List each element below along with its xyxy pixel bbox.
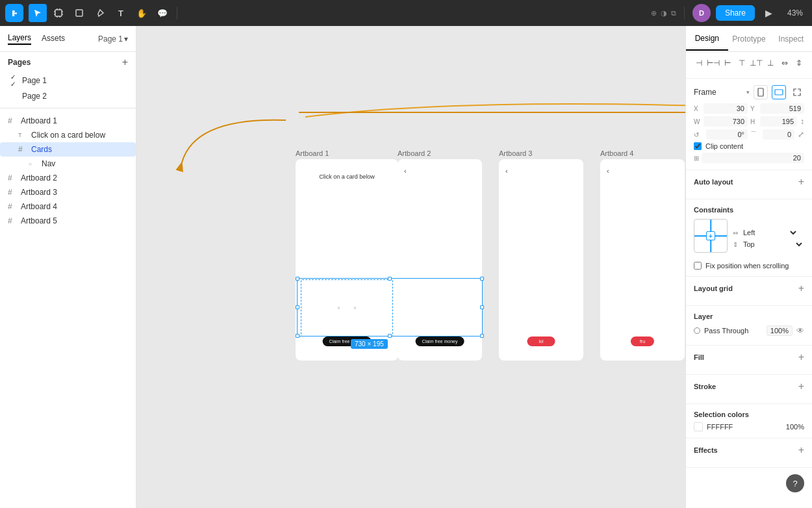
frame-tool[interactable] xyxy=(49,4,68,22)
y-input[interactable] xyxy=(760,103,804,114)
h-label: H xyxy=(750,118,758,125)
frame-btn-portrait[interactable] xyxy=(754,85,768,99)
h-input[interactable] xyxy=(760,116,797,127)
canvas-area[interactable]: Artboard 1 Artboard 2 Artboard 3 Artboar… xyxy=(136,26,685,508)
toolbar-right: ⊕ ◑ ⧉ D Share ▶ 43% xyxy=(651,4,807,22)
color-opacity: 100% xyxy=(786,423,804,431)
clip-content-row: Clip content xyxy=(694,142,804,150)
x-input[interactable] xyxy=(704,103,748,114)
fix-position-checkbox[interactable] xyxy=(694,262,702,270)
layout-grid-header: Layout grid + xyxy=(694,283,804,294)
page-item-2[interactable]: Page 2 xyxy=(8,90,128,103)
h-constraint-select[interactable]: Left Right Left and Right Center Scale xyxy=(741,228,798,237)
auto-layout-section: Auto layout + xyxy=(686,170,812,199)
align-bottom[interactable]: ⊥ xyxy=(764,56,777,70)
hand-tool[interactable]: ✋ xyxy=(133,4,151,22)
blend-mode-selector[interactable]: Pass Through xyxy=(704,327,763,335)
spacing-row: ⊞ xyxy=(694,153,804,163)
page-item-1[interactable]: ✓ Page 1 xyxy=(8,71,128,90)
color-hex: FFFFFF xyxy=(707,423,782,431)
artboard-1-preview[interactable]: Click on a card below •• Claim free mone… xyxy=(296,159,398,361)
add-grid[interactable]: + xyxy=(798,283,804,294)
align-center-h[interactable]: ⊢⊣ xyxy=(707,56,720,70)
tab-assets[interactable]: Assets xyxy=(42,34,65,44)
color-swatch-white[interactable] xyxy=(694,422,703,431)
help-spacer: ? xyxy=(686,468,812,500)
layer-section: Layer Pass Through 100% 👁 xyxy=(686,306,812,346)
add-auto-layout[interactable]: + xyxy=(798,177,804,187)
radius-input[interactable] xyxy=(763,129,794,140)
distribute-v[interactable]: ⇕ xyxy=(793,56,806,70)
clip-checkbox[interactable] xyxy=(694,142,702,150)
rotation-input[interactable] xyxy=(706,129,748,140)
layer-artboard-1[interactable]: # Artboard 1 xyxy=(0,114,136,128)
layer-artboard-2[interactable]: # Artboard 2 xyxy=(0,171,136,185)
text-tool[interactable]: T xyxy=(112,4,130,22)
position-grid: X Y W H ↕ xyxy=(694,103,804,127)
comment-tool[interactable]: 💬 xyxy=(153,4,171,22)
layer-text-click[interactable]: T Click on a card below xyxy=(0,128,136,142)
artboard-4-preview[interactable]: ‹ fru xyxy=(600,159,685,361)
pages-title: Pages xyxy=(8,58,122,67)
contrast-icon[interactable]: ◑ xyxy=(661,9,667,18)
distribute-h[interactable]: ⇔ xyxy=(778,56,791,70)
panel-tab-prototype[interactable]: Prototype xyxy=(728,28,770,50)
tab-layers[interactable]: Layers xyxy=(8,33,31,45)
zoom-level[interactable]: 43% xyxy=(783,8,807,18)
artboard-3-preview[interactable]: ‹ lol xyxy=(499,159,583,361)
opacity-value[interactable]: 100% xyxy=(767,325,793,336)
radius-expand[interactable]: ⤢ xyxy=(798,130,804,139)
layer-artboard-4[interactable]: # Artboard 4 xyxy=(0,199,136,214)
frame-btn-landscape[interactable] xyxy=(772,85,786,99)
layer-nav[interactable]: ○ Nav xyxy=(0,157,136,171)
page-selector[interactable]: Page 1 ▾ xyxy=(98,34,128,44)
frame-dropdown-arrow[interactable]: ▾ xyxy=(746,89,750,95)
v-constraint-select[interactable]: Top Bottom Top and Bottom Center Scale xyxy=(741,240,804,249)
add-effect[interactable]: + xyxy=(798,445,804,455)
w-input[interactable] xyxy=(704,116,748,127)
artboard-5-label: Artboard 5 xyxy=(21,216,57,225)
align-top[interactable]: ⊤ xyxy=(735,56,748,70)
visibility-toggle[interactable]: 👁 xyxy=(796,326,804,335)
spacing-input[interactable] xyxy=(702,153,804,163)
fill-title: Fill xyxy=(694,353,798,361)
align-right[interactable]: ⊢ xyxy=(721,56,734,70)
layer-cards-frame[interactable]: # Cards xyxy=(0,142,136,157)
frame-expand[interactable] xyxy=(790,85,804,99)
artboard-2-preview[interactable]: ‹ Claim free money xyxy=(398,159,482,361)
share-button[interactable]: Share xyxy=(716,5,755,21)
arrow-4: ‹ xyxy=(607,167,609,175)
constraints-header: Constraints xyxy=(694,206,804,214)
add-fill[interactable]: + xyxy=(798,352,804,362)
frame-section: Frame ▾ X Y xyxy=(686,79,812,170)
play-button[interactable]: ▶ xyxy=(760,4,778,22)
layer-artboard-5[interactable]: # Artboard 5 xyxy=(0,214,136,228)
align-left[interactable]: ⊣ xyxy=(692,56,705,70)
align-middle-v[interactable]: ⊥⊤ xyxy=(750,56,763,70)
effects-header: Effects + xyxy=(694,445,804,455)
red-btn-3: lol xyxy=(527,337,555,346)
layer-header: Layer xyxy=(694,312,804,320)
artboard-2-label: Artboard 2 xyxy=(21,173,57,183)
help-button[interactable]: ? xyxy=(786,474,804,492)
v-constraint-icon: ⇕ xyxy=(733,241,738,248)
h-constrain[interactable]: ↕ xyxy=(800,117,804,126)
effects-section: Effects + xyxy=(686,438,812,468)
panel-tab-inspect[interactable]: Inspect xyxy=(770,28,812,50)
add-stroke[interactable]: + xyxy=(798,381,804,392)
shape-tool[interactable] xyxy=(70,4,88,22)
artboard-icon: # xyxy=(8,116,17,125)
component-icon[interactable]: ⊕ xyxy=(651,9,657,18)
add-page-button[interactable]: + xyxy=(122,57,128,68)
page-2-label: Page 2 xyxy=(22,92,47,101)
rotation-grid: ↺ ⌒ ⤢ xyxy=(694,129,804,140)
fill-header: Fill + xyxy=(694,352,804,362)
pen-tool[interactable] xyxy=(91,4,109,22)
mask-icon[interactable]: ⧉ xyxy=(671,9,676,18)
stroke-title: Stroke xyxy=(694,383,798,390)
panel-tab-design[interactable]: Design xyxy=(686,27,728,51)
figma-logo[interactable] xyxy=(5,4,23,22)
layer-title: Layer xyxy=(694,312,804,320)
layer-artboard-3[interactable]: # Artboard 3 xyxy=(0,185,136,199)
cursor-tool[interactable] xyxy=(29,4,47,22)
